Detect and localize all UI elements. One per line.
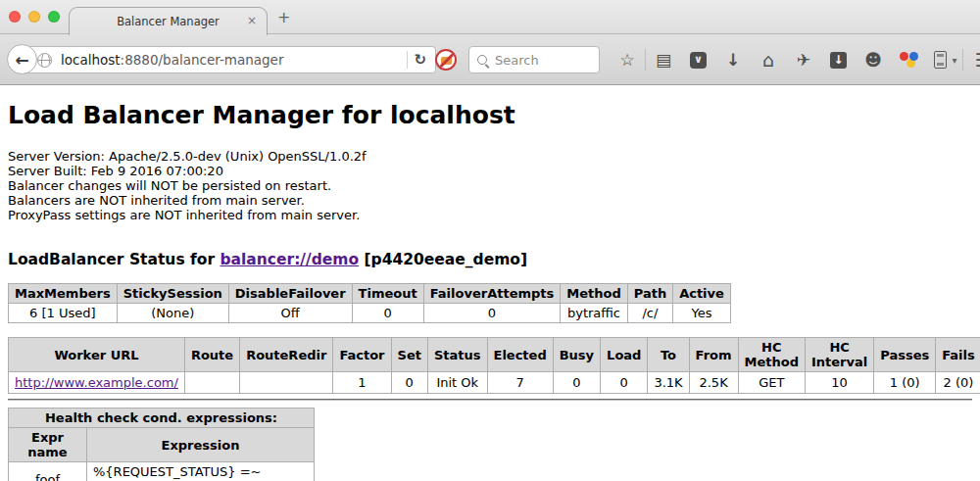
urlbar-divider <box>407 51 408 69</box>
bookmark-star-icon[interactable]: ☆ <box>610 52 645 69</box>
col-elected: Elected <box>487 338 553 372</box>
col-failoverattempts: FailoverAttempts <box>423 284 561 304</box>
cell-disablefailover: Off <box>228 304 352 323</box>
page-content: Load Balancer Manager for localhost Serv… <box>0 101 980 481</box>
url-domain: localhost <box>61 52 121 68</box>
back-button[interactable]: ← <box>7 44 37 74</box>
table-header-row: Expr name Expression <box>9 428 315 462</box>
cell-stickysession: (None) <box>117 304 228 323</box>
search-bar[interactable] <box>468 46 600 73</box>
cell-status: Init Ok <box>427 372 487 394</box>
cell-timeout: 0 <box>352 304 423 323</box>
chat-smiley-icon[interactable]: ☻ <box>856 52 891 69</box>
cell-busy: 0 <box>553 372 600 394</box>
cell-method: bytraffic <box>561 304 627 323</box>
col-worker-url: Worker URL <box>9 338 185 372</box>
search-icon <box>477 55 487 65</box>
table-header-row: MaxMembers StickySession DisableFailover… <box>9 284 731 304</box>
cell-hc-method: GET <box>738 372 805 394</box>
status-heading-prefix: LoadBalancer Status for <box>8 251 220 268</box>
loadbalancer-status-heading: LoadBalancer Status for balancer://demo … <box>8 251 972 268</box>
home-icon[interactable]: ⌂ <box>751 51 786 70</box>
section-divider <box>8 399 972 401</box>
send-plane-icon[interactable]: ✈ <box>786 52 821 69</box>
server-info: Server Version: Apache/2.5.0-dev (Unix) … <box>8 149 972 222</box>
col-path: Path <box>627 284 672 304</box>
minimize-window-button[interactable] <box>28 11 40 23</box>
cell-expression: %{REQUEST_STATUS} =~ /^[234]/ <box>87 462 315 481</box>
col-expr-name: Expr name <box>9 428 87 462</box>
cell-routeredir <box>240 372 333 394</box>
video-download-icon[interactable]: ↓ <box>830 52 847 69</box>
pocket-icon[interactable]: ∨ <box>690 52 707 69</box>
browser-window: Balancer Manager × + ← localhost:8880/ba… <box>0 0 980 86</box>
battery-extension-icon[interactable] <box>934 51 947 69</box>
cell-hc-interval: 10 <box>805 372 873 394</box>
reading-list-icon[interactable]: ▤ <box>646 52 681 69</box>
col-passes: Passes <box>874 338 936 372</box>
col-timeout: Timeout <box>352 284 423 304</box>
toolbar-icons: ☆ ▤ ∨ ↓ ⌂ ✈ ↓ ☻ ▾ ☰ ▦ <box>610 34 980 85</box>
reload-icon[interactable]: ↻ <box>414 51 426 69</box>
cell-elected: 7 <box>487 372 553 394</box>
col-method: Method <box>561 284 627 304</box>
col-route: Route <box>184 338 239 372</box>
cell-expr-name: foof <box>9 462 87 481</box>
cell-maxmembers: 6 [1 Used] <box>9 304 118 323</box>
tab-title: Balancer Manager <box>117 15 220 28</box>
titlebar: Balancer Manager × + <box>0 0 980 34</box>
col-expression: Expression <box>87 428 315 462</box>
close-window-button[interactable] <box>9 11 21 23</box>
col-factor: Factor <box>333 338 391 372</box>
search-input[interactable] <box>495 53 588 68</box>
col-set: Set <box>391 338 427 372</box>
cell-active: Yes <box>673 304 731 323</box>
cell-fails: 2 (0) <box>936 372 980 394</box>
col-hc-interval: HC Interval <box>805 338 873 372</box>
zoom-window-button[interactable] <box>48 11 60 23</box>
window-controls <box>9 11 60 23</box>
balancers-notice-line: Balancers are NOT inherited from main se… <box>8 193 972 208</box>
col-to: To <box>648 338 689 372</box>
noscript-blocked-icon[interactable] <box>435 49 457 71</box>
table-title-row: Health check cond. expressions: <box>9 409 315 428</box>
server-built-line: Server Built: Feb 9 2016 07:00:20 <box>8 164 972 178</box>
worker-table: Worker URL Route RouteRedir Factor Set S… <box>8 337 980 394</box>
table-header-row: Worker URL Route RouteRedir Factor Set S… <box>9 338 980 372</box>
site-identity-globe-icon[interactable] <box>37 53 52 68</box>
table-row: 6 [1 Used] (None) Off 0 0 bytraffic /c/ … <box>9 304 731 323</box>
colorful-extension-icon[interactable] <box>899 51 918 69</box>
url-text: localhost:8880/balancer-manager <box>61 52 401 68</box>
col-disablefailover: DisableFailover <box>228 284 352 304</box>
cell-to: 3.1K <box>648 372 689 394</box>
persist-notice-line: Balancer changes will NOT be persisted o… <box>8 178 972 193</box>
downloads-icon[interactable]: ↓ <box>715 52 751 69</box>
close-tab-icon[interactable]: × <box>247 14 257 27</box>
tab-balancer-manager[interactable]: Balancer Manager × <box>69 7 268 35</box>
cell-passes: 1 (0) <box>874 372 936 394</box>
col-fails: Fails <box>936 338 980 372</box>
worker-url-link[interactable]: http://www.example.com/ <box>15 375 178 390</box>
url-path: :8880/balancer-manager <box>121 52 284 68</box>
cell-path: /c/ <box>627 304 672 323</box>
col-routeredir: RouteRedir <box>240 338 333 372</box>
cell-worker-url: http://www.example.com/ <box>9 372 185 394</box>
col-from: From <box>689 338 738 372</box>
col-busy: Busy <box>553 338 600 372</box>
balancer-demo-link[interactable]: balancer://demo <box>220 251 359 268</box>
col-status: Status <box>427 338 487 372</box>
health-check-table: Health check cond. expressions: Expr nam… <box>8 408 315 481</box>
new-tab-button[interactable]: + <box>277 8 290 26</box>
page-title: Load Balancer Manager for localhost <box>8 101 972 129</box>
col-maxmembers: MaxMembers <box>9 284 118 304</box>
status-heading-suffix: [p4420eeae_demo] <box>359 251 527 268</box>
table-row: foof %{REQUEST_STATUS} =~ /^[234]/ <box>9 462 315 481</box>
cell-from: 2.5K <box>689 372 738 394</box>
col-load: Load <box>601 338 648 372</box>
menu-hamburger-icon[interactable]: ☰ <box>963 51 980 70</box>
health-table-title: Health check cond. expressions: <box>9 409 315 428</box>
cell-load: 0 <box>601 372 648 394</box>
server-version-line: Server Version: Apache/2.5.0-dev (Unix) … <box>8 149 972 164</box>
address-bar[interactable]: localhost:8880/balancer-manager ↻ <box>23 46 436 73</box>
chevron-down-icon[interactable]: ▾ <box>947 55 962 66</box>
